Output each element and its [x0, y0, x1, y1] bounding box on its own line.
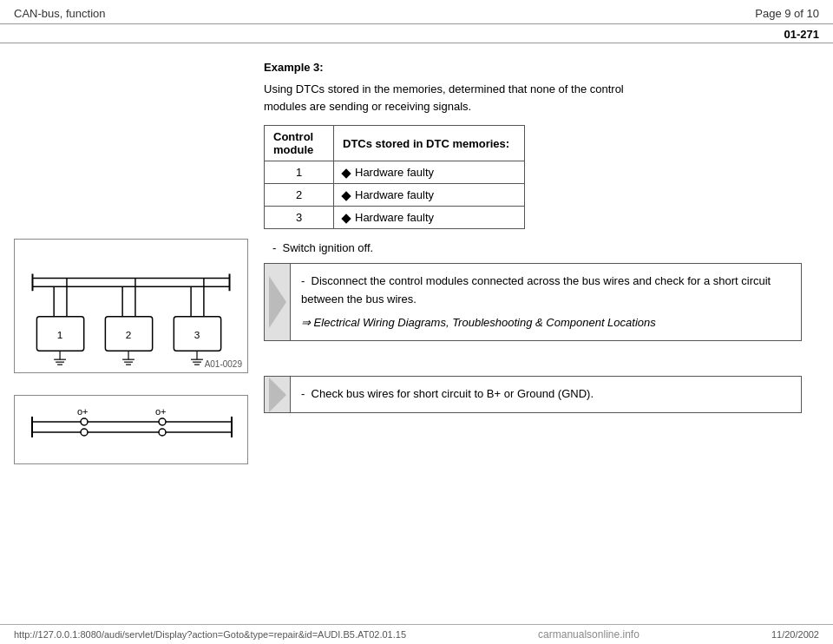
- table-row: 3Hardware faulty: [265, 207, 525, 229]
- footer-watermark: carmanualsonline.info: [538, 628, 640, 641]
- table-cell-module: 1: [265, 161, 334, 184]
- table-cell-module: 2: [265, 184, 334, 207]
- svg-point-35: [159, 429, 166, 436]
- table-cell-dtc: Hardware faulty: [334, 184, 525, 207]
- diamond-bullet-icon: [341, 191, 351, 200]
- example-title: Example 3:: [264, 61, 823, 74]
- table-row: 2Hardware faulty: [265, 184, 525, 207]
- footer-url: http://127.0.0.1:8080/audi/servlet/Displ…: [14, 629, 406, 640]
- left-panel: 1 2 3: [0, 52, 260, 473]
- svg-point-33: [159, 418, 166, 425]
- right-panel: Example 3: Using DTCs stored in the memo…: [260, 52, 833, 473]
- svg-marker-39: [269, 378, 286, 412]
- dtc-table: Control module DTCs stored in DTC memori…: [264, 125, 525, 229]
- svg-text:3: 3: [194, 329, 200, 341]
- table-header-module: Control module: [265, 126, 334, 161]
- diagram-1: 1 2 3: [14, 239, 248, 373]
- diamond-bullet-icon: [341, 214, 351, 223]
- callout-box-1: - Disconnect the control modules connect…: [264, 263, 802, 341]
- svg-text:o+: o+: [77, 406, 89, 417]
- example-description: Using DTCs stored in the memories, deter…: [264, 81, 628, 115]
- callout-arrow-2: [265, 377, 291, 412]
- switch-ignition-text: - Switch ignition off.: [264, 241, 823, 254]
- table-header-dtc: DTCs stored in DTC memories:: [334, 126, 525, 161]
- footer-date: 11/20/2002: [771, 629, 819, 640]
- table-cell-dtc: Hardware faulty: [334, 207, 525, 229]
- callout-box-2: - Check bus wires for short circuit to B…: [264, 376, 802, 413]
- wiring-ref-text: ⇒ Electrical Wiring Diagrams, Troublesho…: [301, 314, 790, 332]
- table-cell-module: 3: [265, 207, 334, 229]
- callout-arrow-1: [265, 264, 291, 340]
- svg-point-32: [81, 418, 88, 425]
- page-footer: http://127.0.0.1:8080/audi/servlet/Displ…: [0, 624, 833, 644]
- document-title: CAN-bus, function: [14, 7, 106, 20]
- callout-content-2: - Check bus wires for short circuit to B…: [291, 377, 604, 412]
- svg-marker-38: [269, 276, 286, 328]
- callout-content-1: - Disconnect the control modules connect…: [291, 264, 801, 340]
- svg-point-34: [81, 429, 88, 436]
- diagram-1-label: A01-0029: [205, 359, 242, 369]
- page-ref: 01-271: [0, 24, 833, 43]
- disconnect-text: - Disconnect the control modules connect…: [301, 273, 790, 309]
- table-cell-dtc: Hardware faulty: [334, 161, 525, 184]
- page-number: Page 9 of 10: [755, 7, 819, 20]
- table-row: 1Hardware faulty: [265, 161, 525, 184]
- diagram-2: o+ o+: [14, 395, 248, 464]
- svg-text:2: 2: [126, 329, 132, 341]
- diamond-bullet-icon: [341, 168, 351, 178]
- main-content: 1 2 3: [0, 52, 833, 473]
- svg-text:1: 1: [57, 329, 63, 341]
- page-header: CAN-bus, function Page 9 of 10: [0, 0, 833, 24]
- svg-text:o+: o+: [155, 406, 167, 417]
